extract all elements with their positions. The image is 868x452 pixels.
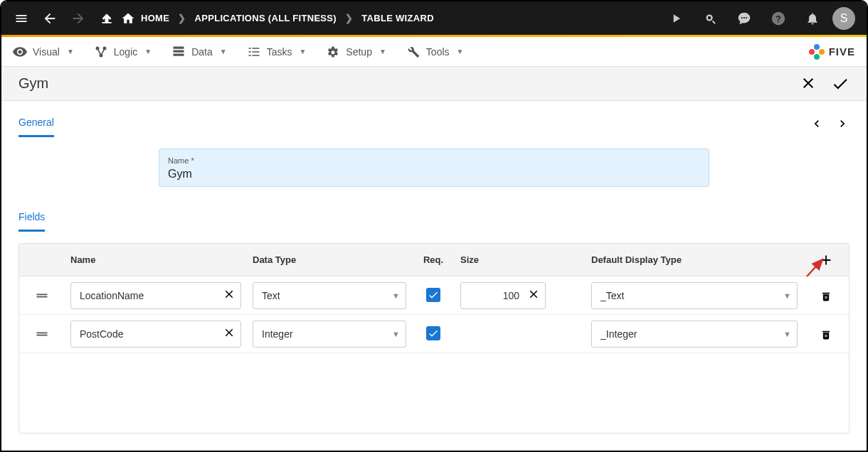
- page-title: Gym: [18, 75, 48, 92]
- delete-row-icon[interactable]: [819, 327, 833, 341]
- row-displaytype-select[interactable]: _Integer▼: [591, 321, 798, 348]
- col-req: Req.: [412, 254, 455, 265]
- row-name-input[interactable]: [70, 282, 241, 309]
- row-datatype-select[interactable]: Integer▼: [253, 321, 406, 348]
- avatar[interactable]: S: [832, 7, 855, 30]
- col-datatype: Data Type: [247, 254, 412, 265]
- brand-logo: FIVE: [809, 44, 855, 60]
- help-icon[interactable]: ?: [764, 4, 793, 33]
- crumb-table-wizard[interactable]: TABLE WIZARD: [361, 13, 434, 23]
- check-icon[interactable]: [831, 75, 850, 93]
- bell-icon[interactable]: [798, 4, 827, 33]
- menu-icon[interactable]: [7, 4, 36, 33]
- form-panel: General Name * Gym Fields Name Data Type…: [1, 101, 867, 451]
- clear-icon[interactable]: [527, 288, 540, 303]
- play-icon[interactable]: [662, 4, 690, 33]
- page-header: Gym: [1, 67, 867, 101]
- table-header: Name Data Type Req. Size Default Display…: [19, 244, 849, 276]
- tab-fields[interactable]: Fields: [18, 204, 45, 232]
- menu-tasks[interactable]: Tasks▼: [247, 45, 307, 59]
- search-icon[interactable]: [696, 4, 724, 33]
- add-row-icon[interactable]: [818, 252, 834, 268]
- menu-logic[interactable]: Logic▼: [94, 45, 152, 59]
- name-field[interactable]: Name * Gym: [159, 149, 709, 187]
- name-label: Name *: [168, 156, 194, 165]
- menu-data[interactable]: Data▼: [171, 45, 226, 59]
- row-req-checkbox[interactable]: [426, 288, 440, 302]
- row-name-input[interactable]: [70, 321, 241, 348]
- menubar: Visual▼ Logic▼ Data▼ Tasks▼ Setup▼ Tools…: [1, 37, 867, 67]
- drag-handle-icon[interactable]: [35, 327, 49, 341]
- chevron-right-icon: ❯: [178, 13, 186, 23]
- col-size: Size: [455, 254, 586, 265]
- svg-point-2: [741, 16, 743, 18]
- close-icon[interactable]: [800, 75, 817, 92]
- breadcrumb: HOME ❯ APPLICATIONS (ALL FITNESS) ❯ TABL…: [121, 11, 434, 26]
- menu-tools[interactable]: Tools▼: [406, 45, 464, 59]
- row-displaytype-select[interactable]: _Text▼: [591, 282, 798, 309]
- name-value: Gym: [168, 168, 700, 181]
- crumb-home[interactable]: HOME: [141, 13, 169, 23]
- chevron-right-icon: ❯: [345, 13, 353, 23]
- svg-point-3: [743, 16, 745, 18]
- drag-handle-icon[interactable]: [35, 289, 49, 303]
- home-icon: [121, 11, 135, 26]
- clear-icon[interactable]: [223, 288, 235, 303]
- col-name: Name: [65, 254, 247, 265]
- forward-icon: [64, 4, 92, 33]
- table-row: Integer▼ _Integer▼: [19, 315, 849, 353]
- col-displaytype: Default Display Type: [586, 254, 803, 265]
- row-datatype-select[interactable]: Text▼: [253, 282, 406, 309]
- prev-icon[interactable]: [810, 117, 824, 131]
- fields-table: Name Data Type Req. Size Default Display…: [18, 243, 850, 434]
- back-icon[interactable]: [36, 4, 64, 33]
- svg-point-4: [746, 16, 747, 18]
- chat-icon[interactable]: [730, 4, 758, 33]
- table-row: Text▼ _Text▼: [19, 276, 849, 315]
- topbar: HOME ❯ APPLICATIONS (ALL FITNESS) ❯ TABL…: [1, 1, 867, 35]
- row-req-checkbox[interactable]: [426, 326, 440, 340]
- next-icon[interactable]: [835, 117, 850, 131]
- crumb-applications[interactable]: APPLICATIONS (ALL FITNESS): [195, 13, 337, 23]
- menu-setup[interactable]: Setup▼: [326, 45, 386, 59]
- menu-visual[interactable]: Visual▼: [13, 45, 74, 59]
- svg-point-1: [708, 16, 711, 19]
- tab-general[interactable]: General: [18, 109, 54, 137]
- svg-text:?: ?: [776, 13, 781, 23]
- up-icon[interactable]: [92, 4, 121, 33]
- delete-row-icon[interactable]: [819, 289, 833, 303]
- clear-icon[interactable]: [223, 326, 235, 342]
